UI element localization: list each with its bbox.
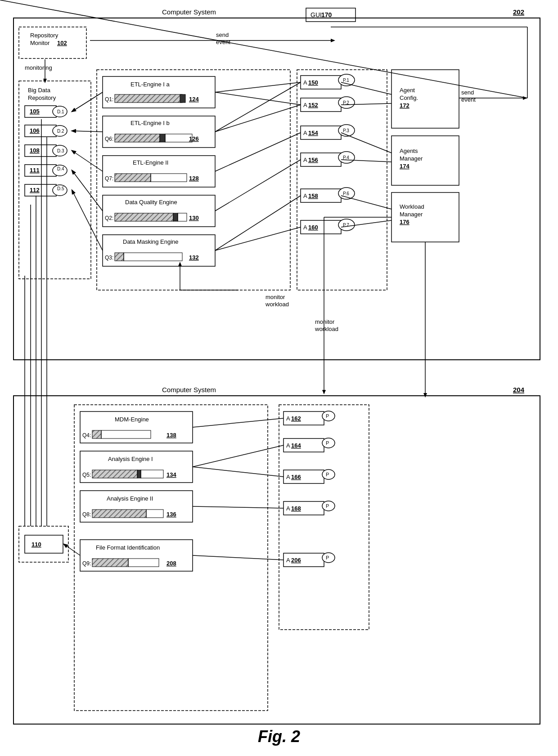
svg-text:Fig. 2: Fig. 2: [258, 727, 300, 746]
svg-line-112: [0, 0, 527, 98]
svg-text:Q2:: Q2:: [105, 215, 113, 221]
svg-text:A: A: [286, 442, 290, 449]
svg-text:A: A: [286, 505, 290, 512]
svg-text:P.6: P.6: [343, 191, 349, 196]
svg-text:A: A: [286, 474, 290, 480]
svg-text:174: 174: [400, 163, 410, 170]
svg-text:Workload: Workload: [400, 203, 424, 210]
svg-text:Analysis Engine II: Analysis Engine II: [107, 495, 153, 502]
svg-rect-50: [115, 134, 160, 142]
svg-rect-0: [14, 18, 540, 360]
svg-text:126: 126: [189, 135, 199, 142]
svg-text:P.3: P.3: [343, 128, 349, 133]
svg-text:206: 206: [291, 557, 301, 564]
svg-line-124: [72, 131, 103, 132]
svg-rect-45: [180, 94, 185, 103]
svg-line-138: [341, 133, 392, 153]
svg-text:P.4: P.4: [343, 155, 349, 160]
svg-text:208: 208: [166, 560, 176, 567]
svg-line-130: [215, 82, 301, 132]
svg-text:MDM-Engine: MDM-Engine: [115, 416, 149, 423]
svg-rect-52: [165, 134, 192, 142]
svg-text:156: 156: [308, 157, 318, 163]
svg-text:Q8:: Q8:: [82, 511, 91, 518]
svg-rect-70: [115, 253, 124, 261]
svg-text:176: 176: [400, 219, 410, 225]
diagram: Computer System 202 GUI 170 Repository M…: [0, 0, 558, 756]
svg-rect-168: [137, 470, 141, 478]
svg-text:Computer System: Computer System: [162, 386, 216, 394]
svg-text:monitor: monitor: [266, 294, 285, 300]
svg-text:D.4: D.4: [57, 166, 64, 171]
svg-text:158: 158: [308, 192, 318, 199]
svg-text:112: 112: [30, 187, 40, 193]
svg-line-129: [215, 92, 301, 105]
svg-line-128: [215, 82, 301, 92]
svg-text:event: event: [461, 96, 476, 103]
svg-line-209: [193, 418, 284, 427]
svg-text:A: A: [303, 224, 307, 231]
page: Computer System 202 GUI 170 Repository M…: [0, 0, 558, 756]
svg-text:A: A: [303, 157, 307, 163]
svg-rect-181: [128, 559, 159, 567]
svg-text:P: P: [326, 440, 329, 446]
svg-rect-167: [92, 470, 137, 478]
svg-text:Monitor: Monitor: [30, 40, 50, 46]
svg-rect-58: [151, 174, 187, 182]
svg-text:164: 164: [291, 442, 301, 449]
svg-rect-65: [178, 213, 187, 221]
svg-line-131: [215, 105, 301, 132]
svg-text:Q7:: Q7:: [105, 175, 113, 182]
svg-line-127: [72, 190, 103, 251]
svg-line-133: [215, 160, 301, 211]
svg-line-132: [215, 133, 301, 171]
svg-text:ETL-Engine II: ETL-Engine II: [133, 159, 169, 166]
svg-text:Config.: Config.: [400, 94, 418, 101]
svg-text:ETL-Engine I b: ETL-Engine I b: [130, 120, 170, 126]
svg-line-126: [72, 170, 103, 211]
svg-text:108: 108: [30, 147, 40, 154]
svg-text:154: 154: [308, 130, 318, 136]
svg-text:150: 150: [308, 79, 318, 86]
svg-rect-174: [92, 510, 146, 518]
svg-text:Agents: Agents: [400, 148, 418, 154]
svg-text:P: P: [326, 413, 329, 419]
svg-text:106: 106: [30, 127, 40, 134]
svg-text:Data Quality Engine: Data Quality Engine: [125, 199, 177, 206]
svg-rect-215: [25, 535, 63, 553]
svg-text:Repository: Repository: [30, 32, 58, 39]
svg-text:Repository: Repository: [28, 94, 56, 101]
svg-text:P: P: [326, 555, 329, 560]
svg-text:Q5:: Q5:: [82, 472, 91, 478]
svg-text:Q4:: Q4:: [82, 432, 91, 438]
svg-text:ETL-Engine I a: ETL-Engine I a: [130, 81, 170, 88]
svg-text:monitor: monitor: [315, 318, 335, 325]
svg-text:168: 168: [291, 505, 301, 512]
svg-rect-63: [115, 213, 173, 221]
svg-text:138: 138: [166, 432, 176, 438]
svg-line-210: [193, 445, 284, 467]
svg-rect-71: [124, 253, 182, 261]
svg-rect-57: [115, 174, 151, 182]
svg-line-125: [72, 151, 103, 171]
svg-text:A: A: [303, 130, 307, 136]
svg-rect-169: [141, 470, 163, 478]
svg-text:send: send: [461, 89, 474, 96]
svg-text:Manager: Manager: [400, 211, 423, 218]
svg-text:128: 128: [189, 175, 199, 182]
svg-text:A: A: [286, 557, 290, 564]
svg-rect-214: [19, 526, 68, 562]
svg-rect-162: [101, 430, 151, 438]
svg-text:134: 134: [166, 471, 176, 478]
svg-text:172: 172: [400, 102, 410, 109]
svg-text:Manager: Manager: [400, 155, 423, 162]
svg-text:111: 111: [30, 167, 40, 174]
svg-rect-161: [92, 430, 101, 438]
svg-text:105: 105: [30, 108, 40, 115]
svg-text:162: 162: [291, 415, 301, 422]
svg-rect-64: [173, 213, 178, 221]
svg-text:102: 102: [57, 40, 67, 46]
svg-text:166: 166: [291, 474, 301, 480]
svg-rect-175: [146, 510, 163, 518]
svg-line-134: [215, 196, 301, 251]
